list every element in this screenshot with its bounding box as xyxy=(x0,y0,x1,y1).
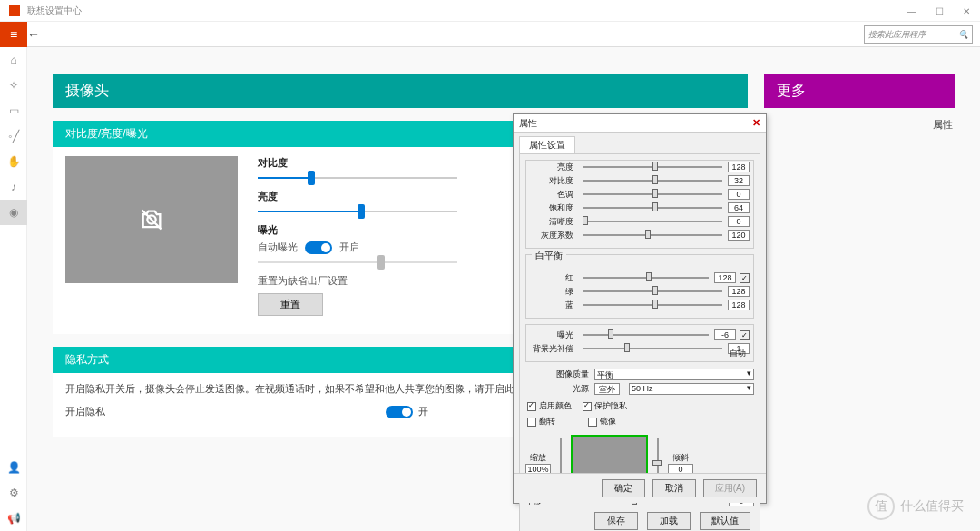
dlg-wb-green-slider[interactable] xyxy=(583,290,722,292)
camera-off-icon xyxy=(139,207,164,232)
close-button[interactable]: ✕ xyxy=(953,0,980,22)
auto-exposure-state: 开启 xyxy=(339,241,359,254)
load-button[interactable]: 加载 xyxy=(647,512,691,530)
announce-icon[interactable]: 📢 xyxy=(0,506,27,531)
default-button[interactable]: 默认值 xyxy=(700,512,750,530)
apply-button: 应用(A) xyxy=(703,479,757,497)
display-icon[interactable]: ▭ xyxy=(0,98,27,123)
privacy-state: 开 xyxy=(418,405,428,418)
dialog-title: 属性 xyxy=(519,117,537,130)
hand-icon[interactable]: ✋ xyxy=(0,149,27,174)
sidebar: ≡ ⌂ ✧ ▭ ◦╱ ✋ ♪ ◉ 👤 ⚙ 📢 xyxy=(0,22,27,531)
dlg-brightness-slider[interactable] xyxy=(583,166,722,168)
network-icon[interactable]: ◦╱ xyxy=(0,123,27,149)
exp-auto-checkbox[interactable] xyxy=(740,330,750,340)
light-hz-select[interactable]: 50 Hz xyxy=(629,383,754,395)
cb-color-enable[interactable] xyxy=(527,402,536,411)
dlg-backlight-slider[interactable] xyxy=(583,348,722,349)
cancel-button[interactable]: 取消 xyxy=(652,479,696,497)
titlebar: 联想设置中心 — ☐ ✕ xyxy=(0,0,980,22)
content: 摄像头 更多 对比度/亮度/曝光 对比度 亮度 曝光 自动曝 xyxy=(27,47,980,531)
home-icon[interactable]: ⌂ xyxy=(0,47,27,73)
dlg-wb-blue-slider[interactable] xyxy=(583,304,722,306)
light-source[interactable]: 室外 xyxy=(594,383,620,395)
dlg-gamma-slider[interactable] xyxy=(583,234,722,236)
camera-preview xyxy=(65,156,238,283)
exposure-slider xyxy=(258,261,457,263)
save-button[interactable]: 保存 xyxy=(594,512,638,530)
reset-button[interactable]: 重置 xyxy=(258,293,323,316)
search-input[interactable]: 搜索此应用程序🔍 xyxy=(864,25,973,44)
back-icon[interactable]: ← xyxy=(27,27,40,42)
dialog-tab[interactable]: 属性设置 xyxy=(519,136,575,153)
cb-protect-privacy[interactable] xyxy=(583,402,592,411)
cb-flip[interactable] xyxy=(527,418,536,427)
cb-mirror[interactable] xyxy=(588,418,597,427)
dlg-exposure-slider[interactable] xyxy=(583,334,709,336)
auto-exposure-toggle[interactable] xyxy=(305,241,332,254)
dlg-sharpness-slider[interactable] xyxy=(583,221,722,222)
minimize-button[interactable]: — xyxy=(898,0,926,22)
menu-icon[interactable]: ≡ xyxy=(0,22,27,47)
audio-icon[interactable]: ♪ xyxy=(0,174,27,200)
wb-auto-checkbox[interactable] xyxy=(740,273,750,283)
header-more[interactable]: 更多 xyxy=(764,74,955,108)
properties-dialog: 属性 ✕ 属性设置 亮度128 对比度32 色调0 饱和度64 清晰度0 灰度系… xyxy=(513,113,767,504)
app-icon xyxy=(9,5,20,16)
dialog-close-icon[interactable]: ✕ xyxy=(752,117,760,129)
topbar: ← xyxy=(0,22,980,47)
header-camera: 摄像头 xyxy=(53,74,748,108)
dlg-contrast-slider[interactable] xyxy=(583,180,722,182)
watermark: 值 什么值得买 xyxy=(867,493,964,520)
side-link-properties[interactable]: 属性 xyxy=(933,118,953,132)
user-icon[interactable]: 👤 xyxy=(0,455,27,480)
dlg-saturation-slider[interactable] xyxy=(583,207,722,209)
app-title: 联想设置中心 xyxy=(27,5,82,17)
dlg-hue-slider[interactable] xyxy=(583,193,722,195)
maximize-button[interactable]: ☐ xyxy=(926,0,953,22)
camera-icon[interactable]: ◉ xyxy=(0,200,27,225)
bulb-icon[interactable]: ✧ xyxy=(0,73,27,98)
search-icon: 🔍 xyxy=(958,30,968,39)
dlg-wb-red-slider[interactable] xyxy=(583,277,709,279)
contrast-slider[interactable] xyxy=(258,177,457,179)
settings-icon[interactable]: ⚙ xyxy=(0,480,27,506)
image-quality-select[interactable]: 平衡 xyxy=(594,369,754,380)
privacy-enable-label: 开启隐私 xyxy=(65,405,105,418)
privacy-toggle[interactable] xyxy=(386,406,413,418)
ok-button[interactable]: 确定 xyxy=(602,479,645,497)
brightness-slider[interactable] xyxy=(258,211,457,212)
auto-exposure-label: 自动曝光 xyxy=(258,241,298,254)
